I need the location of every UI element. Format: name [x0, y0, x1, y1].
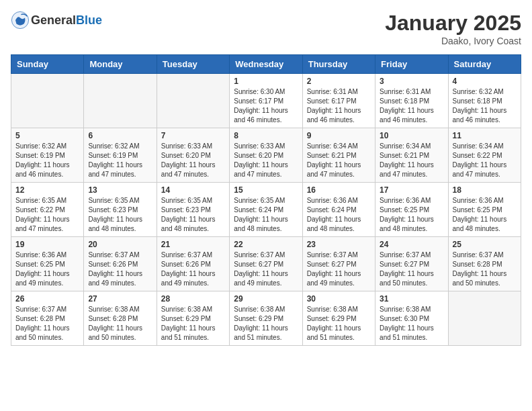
day-number: 26 — [15, 294, 79, 304]
calendar-cell: 28Sunrise: 6:38 AMSunset: 6:29 PMDayligh… — [157, 291, 229, 346]
page-header: GeneralBlue January 2025 Daako, Ivory Co… — [11, 11, 521, 46]
calendar-cell: 19Sunrise: 6:36 AMSunset: 6:25 PMDayligh… — [11, 237, 84, 291]
calendar-cell: 4Sunrise: 6:32 AMSunset: 6:18 PMDaylight… — [448, 74, 521, 128]
logo-general-text: General — [31, 13, 76, 27]
day-info: Sunrise: 6:34 AMSunset: 6:21 PMDaylight:… — [380, 142, 443, 179]
calendar-cell: 17Sunrise: 6:36 AMSunset: 6:25 PMDayligh… — [375, 183, 448, 237]
day-info: Sunrise: 6:38 AMSunset: 6:30 PMDaylight:… — [380, 305, 443, 342]
calendar-cell: 20Sunrise: 6:37 AMSunset: 6:26 PMDayligh… — [84, 237, 157, 291]
calendar-cell: 8Sunrise: 6:33 AMSunset: 6:20 PMDaylight… — [230, 128, 302, 183]
day-info: Sunrise: 6:38 AMSunset: 6:29 PMDaylight:… — [234, 305, 298, 342]
day-number: 29 — [234, 294, 298, 304]
calendar-day-header: Saturday — [448, 55, 521, 74]
day-info: Sunrise: 6:38 AMSunset: 6:29 PMDaylight:… — [161, 305, 225, 342]
day-info: Sunrise: 6:35 AMSunset: 6:23 PMDaylight:… — [161, 196, 225, 234]
calendar-cell: 5Sunrise: 6:32 AMSunset: 6:19 PMDaylight… — [11, 128, 84, 183]
day-number: 2 — [307, 77, 371, 86]
calendar-cell: 24Sunrise: 6:37 AMSunset: 6:27 PMDayligh… — [375, 237, 448, 291]
calendar-cell: 30Sunrise: 6:38 AMSunset: 6:29 PMDayligh… — [302, 291, 375, 346]
calendar-week-row: 1Sunrise: 6:30 AMSunset: 6:17 PMDaylight… — [11, 74, 521, 128]
day-number: 20 — [88, 240, 152, 249]
day-info: Sunrise: 6:32 AMSunset: 6:19 PMDaylight:… — [15, 142, 79, 179]
day-number: 12 — [15, 185, 79, 195]
calendar-cell: 22Sunrise: 6:37 AMSunset: 6:27 PMDayligh… — [230, 237, 302, 291]
day-info: Sunrise: 6:35 AMSunset: 6:22 PMDaylight:… — [15, 196, 79, 234]
calendar-cell: 29Sunrise: 6:38 AMSunset: 6:29 PMDayligh… — [230, 291, 302, 346]
calendar-week-row: 26Sunrise: 6:37 AMSunset: 6:28 PMDayligh… — [11, 291, 521, 346]
day-info: Sunrise: 6:36 AMSunset: 6:24 PMDaylight:… — [307, 196, 371, 234]
day-info: Sunrise: 6:38 AMSunset: 6:29 PMDaylight:… — [307, 305, 371, 342]
calendar-cell: 23Sunrise: 6:37 AMSunset: 6:27 PMDayligh… — [302, 237, 375, 291]
day-info: Sunrise: 6:37 AMSunset: 6:28 PMDaylight:… — [15, 305, 79, 342]
day-number: 8 — [234, 131, 298, 140]
day-info: Sunrise: 6:36 AMSunset: 6:25 PMDaylight:… — [380, 196, 443, 234]
calendar-cell: 10Sunrise: 6:34 AMSunset: 6:21 PMDayligh… — [375, 128, 448, 183]
day-info: Sunrise: 6:37 AMSunset: 6:27 PMDaylight:… — [380, 250, 443, 288]
calendar-day-header: Tuesday — [157, 55, 229, 74]
day-number: 10 — [380, 131, 443, 140]
month-title: January 2025 — [385, 11, 521, 36]
day-number: 28 — [161, 294, 225, 304]
calendar-header-row: SundayMondayTuesdayWednesdayThursdayFrid… — [11, 55, 521, 74]
day-number: 6 — [88, 131, 152, 140]
calendar-week-row: 12Sunrise: 6:35 AMSunset: 6:22 PMDayligh… — [11, 183, 521, 237]
day-info: Sunrise: 6:35 AMSunset: 6:23 PMDaylight:… — [88, 196, 152, 234]
calendar-cell: 18Sunrise: 6:36 AMSunset: 6:25 PMDayligh… — [448, 183, 521, 237]
calendar-week-row: 5Sunrise: 6:32 AMSunset: 6:19 PMDaylight… — [11, 128, 521, 183]
calendar-cell: 6Sunrise: 6:32 AMSunset: 6:19 PMDaylight… — [84, 128, 157, 183]
calendar-day-header: Wednesday — [230, 55, 302, 74]
calendar-cell — [11, 74, 84, 128]
day-info: Sunrise: 6:31 AMSunset: 6:17 PMDaylight:… — [307, 87, 371, 125]
day-info: Sunrise: 6:37 AMSunset: 6:27 PMDaylight:… — [234, 250, 298, 288]
day-info: Sunrise: 6:37 AMSunset: 6:28 PMDaylight:… — [453, 250, 517, 288]
calendar-cell: 25Sunrise: 6:37 AMSunset: 6:28 PMDayligh… — [448, 237, 521, 291]
day-number: 19 — [15, 240, 79, 249]
day-info: Sunrise: 6:36 AMSunset: 6:25 PMDaylight:… — [453, 196, 517, 234]
day-info: Sunrise: 6:38 AMSunset: 6:28 PMDaylight:… — [88, 305, 152, 342]
calendar-cell: 26Sunrise: 6:37 AMSunset: 6:28 PMDayligh… — [11, 291, 84, 346]
calendar-week-row: 19Sunrise: 6:36 AMSunset: 6:25 PMDayligh… — [11, 237, 521, 291]
day-number: 31 — [380, 294, 443, 304]
day-number: 25 — [453, 240, 517, 249]
location-title: Daako, Ivory Coast — [385, 36, 521, 46]
day-number: 9 — [307, 131, 371, 140]
day-number: 1 — [234, 77, 298, 86]
day-number: 27 — [88, 294, 152, 304]
calendar-cell: 11Sunrise: 6:34 AMSunset: 6:22 PMDayligh… — [448, 128, 521, 183]
calendar-cell: 21Sunrise: 6:37 AMSunset: 6:26 PMDayligh… — [157, 237, 229, 291]
day-number: 5 — [15, 131, 79, 140]
calendar-cell: 7Sunrise: 6:33 AMSunset: 6:20 PMDaylight… — [157, 128, 229, 183]
day-number: 4 — [453, 77, 517, 86]
day-info: Sunrise: 6:34 AMSunset: 6:22 PMDaylight:… — [453, 142, 517, 179]
calendar-day-header: Monday — [84, 55, 157, 74]
calendar-cell — [157, 74, 229, 128]
day-number: 11 — [453, 131, 517, 140]
day-info: Sunrise: 6:30 AMSunset: 6:17 PMDaylight:… — [234, 87, 298, 125]
day-number: 18 — [453, 185, 517, 195]
logo-blue-text: Blue — [76, 13, 102, 27]
calendar-cell: 27Sunrise: 6:38 AMSunset: 6:28 PMDayligh… — [84, 291, 157, 346]
logo-icon — [11, 11, 30, 30]
calendar-cell: 31Sunrise: 6:38 AMSunset: 6:30 PMDayligh… — [375, 291, 448, 346]
day-number: 3 — [380, 77, 443, 86]
day-info: Sunrise: 6:32 AMSunset: 6:18 PMDaylight:… — [453, 87, 517, 125]
calendar-cell — [84, 74, 157, 128]
logo: GeneralBlue — [11, 11, 102, 30]
calendar-cell: 16Sunrise: 6:36 AMSunset: 6:24 PMDayligh… — [302, 183, 375, 237]
calendar-day-header: Thursday — [302, 55, 375, 74]
day-number: 13 — [88, 185, 152, 195]
day-number: 24 — [380, 240, 443, 249]
calendar-cell: 3Sunrise: 6:31 AMSunset: 6:18 PMDaylight… — [375, 74, 448, 128]
calendar-day-header: Friday — [375, 55, 448, 74]
day-info: Sunrise: 6:33 AMSunset: 6:20 PMDaylight:… — [161, 142, 225, 179]
day-info: Sunrise: 6:31 AMSunset: 6:18 PMDaylight:… — [380, 87, 443, 125]
calendar-cell — [448, 291, 521, 346]
day-info: Sunrise: 6:35 AMSunset: 6:24 PMDaylight:… — [234, 196, 298, 234]
title-area: January 2025 Daako, Ivory Coast — [385, 11, 521, 46]
day-info: Sunrise: 6:33 AMSunset: 6:20 PMDaylight:… — [234, 142, 298, 179]
day-info: Sunrise: 6:32 AMSunset: 6:19 PMDaylight:… — [88, 142, 152, 179]
day-number: 7 — [161, 131, 225, 140]
day-number: 30 — [307, 294, 371, 304]
day-number: 15 — [234, 185, 298, 195]
day-info: Sunrise: 6:36 AMSunset: 6:25 PMDaylight:… — [15, 250, 79, 288]
